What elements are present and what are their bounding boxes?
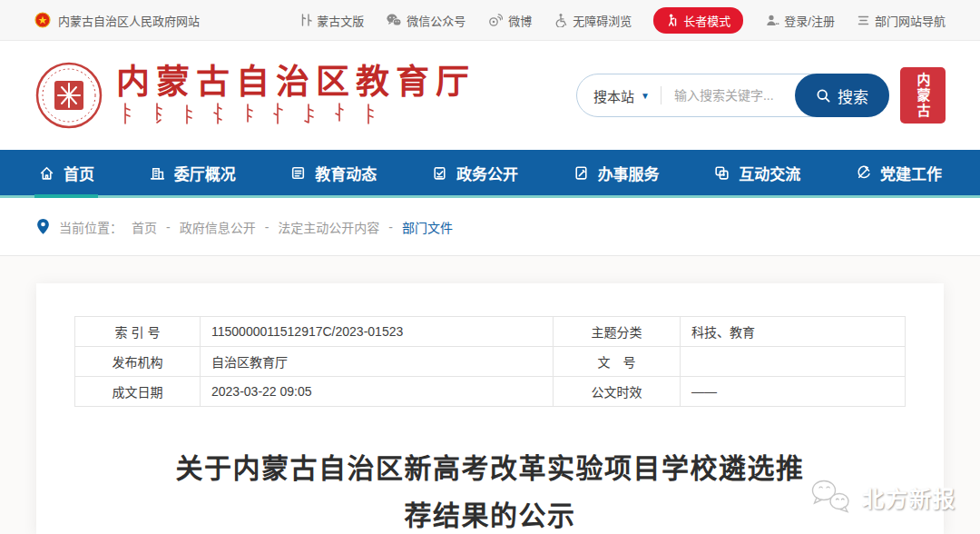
- weibo-label: 微博: [508, 12, 532, 29]
- brand-text-block: 内蒙古自治区教育厅: [116, 64, 475, 126]
- overlap-squares-icon: [713, 164, 730, 182]
- meta-value-agency: 自治区教育厅: [201, 347, 554, 377]
- weibo-link[interactable]: 微博: [487, 12, 532, 29]
- meta-label-topic: 主题分类: [554, 317, 681, 347]
- breadcrumb: 当前位置： 首页 - 政府信息公开 - 法定主动公开内容 - 部门文件: [0, 198, 980, 256]
- list-doc-icon: [289, 164, 307, 182]
- nav-label-interaction: 互动交流: [739, 162, 800, 184]
- elder-mode-button[interactable]: 长者模式: [653, 7, 743, 34]
- search-icon: [816, 88, 831, 104]
- table-row: 发布机构 自治区教育厅 文 号: [75, 347, 906, 377]
- elder-mode-label: 长者模式: [683, 12, 730, 29]
- meta-label-docnum: 文 号: [554, 347, 681, 377]
- red-seal-stamp: 内蒙古: [900, 67, 946, 124]
- search-button[interactable]: 搜索: [795, 74, 889, 117]
- menu-lines-icon: [857, 15, 870, 26]
- search-box: 搜本站 ▼ 搜索: [576, 74, 889, 117]
- meta-value-date: 2023-03-22 09:05: [201, 377, 554, 407]
- nav-item-news[interactable]: 教育动态: [289, 150, 377, 195]
- weibo-icon: [487, 13, 504, 27]
- document-meta-table: 索 引 号 1150000011512917C/2023-01523 主题分类 …: [74, 316, 906, 407]
- dept-site-nav-label: 部门网站导航: [875, 12, 946, 29]
- top-utility-bar: 内蒙古自治区人民政府网站 蒙古文版 微信公众号: [0, 0, 980, 41]
- hammer-sickle-icon: [855, 164, 872, 182]
- meta-label-index: 索 引 号: [75, 317, 201, 347]
- chevron-down-icon: ▼: [641, 91, 650, 101]
- nav-item-home[interactable]: 首页: [38, 150, 94, 195]
- nav-item-gov-info[interactable]: 政务公开: [431, 150, 518, 195]
- search-input[interactable]: [672, 87, 795, 104]
- meta-value-validity: ——: [681, 377, 906, 407]
- wheelchair-icon: [554, 13, 568, 27]
- seal-logo-icon: [34, 61, 103, 130]
- clipboard-check-icon: [431, 164, 448, 182]
- nav-label-news: 教育动态: [315, 162, 377, 184]
- breadcrumb-gov-info[interactable]: 政府信息公开: [180, 218, 256, 236]
- article-title: 关于内蒙古自治区新高考改革实验项目学校遴选推荐结果的公示: [166, 445, 814, 534]
- accessibility-label: 无障碍浏览: [573, 12, 632, 29]
- mongolian-version-label: 蒙古文版: [317, 12, 364, 29]
- breadcrumb-separator: -: [166, 220, 171, 234]
- site-title: 内蒙古自治区教育厅: [116, 64, 475, 101]
- header-search-area: 搜本站 ▼ 搜索 内蒙古: [576, 67, 946, 124]
- doc-pencil-icon: [573, 164, 590, 182]
- login-register-link[interactable]: 登录/注册: [765, 12, 835, 29]
- gov-portal-link[interactable]: 内蒙古自治区人民政府网站: [34, 12, 200, 29]
- location-pin-icon: [36, 218, 50, 235]
- nav-label-home: 首页: [64, 162, 94, 184]
- breadcrumb-home[interactable]: 首页: [132, 218, 157, 236]
- meta-value-index: 1150000011512917C/2023-01523: [201, 317, 554, 347]
- search-scope-dropdown[interactable]: 搜本站 ▼: [593, 86, 650, 105]
- login-register-label: 登录/注册: [784, 12, 835, 29]
- nav-item-services[interactable]: 办事服务: [573, 150, 660, 195]
- search-divider: [661, 86, 662, 104]
- wechat-label: 微信公众号: [407, 12, 466, 29]
- wechat-icon: [386, 13, 402, 27]
- meta-label-validity: 公文时效: [554, 377, 681, 407]
- topbar-links: 蒙古文版 微信公众号: [299, 7, 946, 34]
- table-row: 索 引 号 1150000011512917C/2023-01523 主题分类 …: [75, 317, 906, 347]
- nav-label-overview: 委厅概况: [174, 162, 236, 184]
- breadcrumb-separator: -: [388, 220, 393, 234]
- home-icon: [38, 164, 55, 182]
- meta-label-agency: 发布机构: [75, 347, 201, 377]
- search-button-label: 搜索: [838, 84, 868, 107]
- mongolian-script-subtitle: [116, 101, 475, 126]
- user-icon: [765, 14, 779, 27]
- breadcrumb-label: 当前位置：: [59, 218, 122, 236]
- breadcrumb-separator: -: [265, 220, 270, 234]
- building-icon: [149, 164, 166, 182]
- breadcrumb-legal-disclosure[interactable]: 法定主动公开内容: [278, 218, 379, 236]
- nav-label-gov-info: 政务公开: [456, 162, 518, 184]
- mongolian-version-link[interactable]: 蒙古文版: [299, 12, 364, 29]
- national-emblem-icon: [34, 12, 51, 28]
- gov-portal-label: 内蒙古自治区人民政府网站: [58, 12, 200, 29]
- mongolian-script-icon: [299, 13, 312, 27]
- nav-label-services: 办事服务: [598, 162, 660, 184]
- nav-item-interaction[interactable]: 互动交流: [713, 150, 800, 195]
- main-content-area: 索 引 号 1150000011512917C/2023-01523 主题分类 …: [0, 256, 980, 534]
- elder-person-icon: [666, 14, 678, 26]
- document-card: 索 引 号 1150000011512917C/2023-01523 主题分类 …: [36, 283, 944, 534]
- wechat-link[interactable]: 微信公众号: [386, 12, 466, 29]
- nav-item-party[interactable]: 党建工作: [855, 150, 942, 195]
- dept-site-nav-link[interactable]: 部门网站导航: [857, 12, 946, 29]
- site-header: 内蒙古自治区教育厅: [0, 41, 980, 150]
- red-seal-text: 内蒙古: [914, 73, 933, 119]
- main-nav: 首页 委厅概况 教育动态 政务公开 办事服务 互动交流 党建工作: [0, 150, 980, 198]
- meta-value-docnum: [681, 347, 906, 377]
- accessibility-link[interactable]: 无障碍浏览: [554, 12, 632, 29]
- breadcrumb-dept-files[interactable]: 部门文件: [402, 218, 453, 236]
- search-scope-label: 搜本站: [593, 86, 634, 105]
- meta-label-date: 成文日期: [75, 377, 201, 407]
- nav-item-overview[interactable]: 委厅概况: [149, 150, 236, 195]
- meta-value-topic: 科技、教育: [681, 317, 906, 347]
- nav-label-party: 党建工作: [880, 162, 942, 184]
- table-row: 成文日期 2023-03-22 09:05 公文时效 ——: [75, 377, 906, 407]
- site-logo[interactable]: 内蒙古自治区教育厅: [34, 61, 475, 130]
